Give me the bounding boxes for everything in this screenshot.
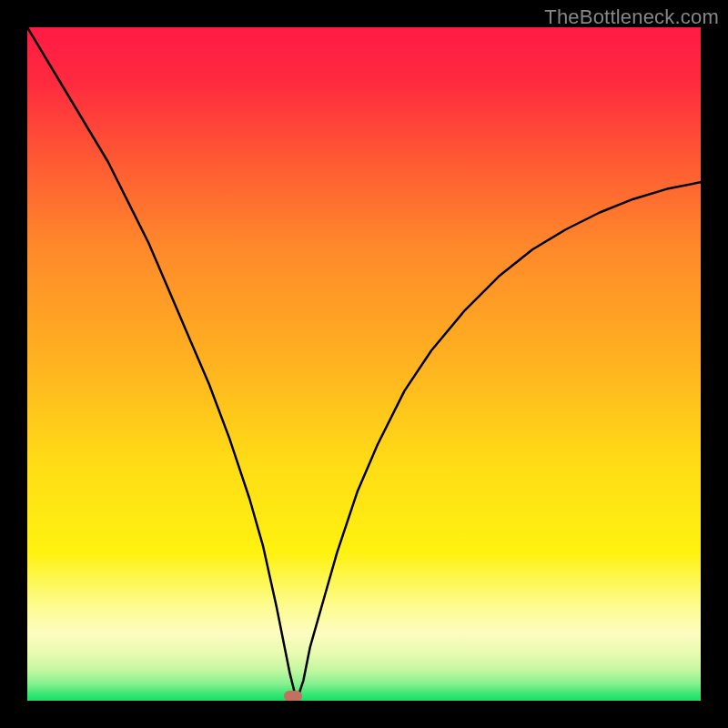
bottleneck-curve	[27, 27, 701, 701]
watermark-text: TheBottleneck.com	[544, 5, 719, 29]
chart-frame: TheBottleneck.com	[0, 0, 728, 728]
optimum-marker	[284, 691, 302, 701]
plot-area	[27, 27, 701, 701]
